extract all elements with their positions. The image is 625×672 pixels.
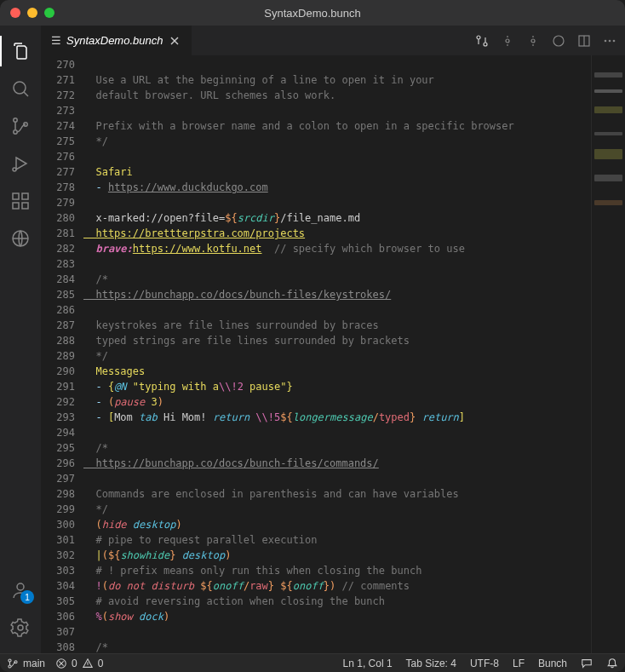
run-icon[interactable]: [552, 34, 565, 48]
source-control-icon[interactable]: [0, 107, 41, 145]
svg-point-6: [13, 168, 16, 171]
status-bar: main 0 0 Ln 1, Col 1 Tab Size: 4 UTF-8 L…: [0, 653, 625, 672]
svg-point-25: [613, 39, 616, 42]
svg-point-20: [553, 36, 564, 46]
svg-point-27: [9, 664, 11, 667]
svg-point-23: [605, 39, 607, 42]
svg-rect-8: [13, 203, 19, 209]
next-change-icon[interactable]: [526, 34, 540, 48]
tab-syntaxdemo[interactable]: ☰ SyntaxDemo.bunch: [41, 26, 192, 55]
svg-point-24: [609, 39, 611, 42]
more-actions-icon[interactable]: [603, 34, 616, 48]
status-encoding[interactable]: UTF-8: [470, 658, 499, 669]
status-eol[interactable]: LF: [513, 658, 525, 669]
split-editor-icon[interactable]: [577, 34, 591, 48]
svg-point-0: [14, 82, 26, 94]
svg-point-12: [17, 583, 24, 590]
tab-label: SyntaxDemo.bunch: [66, 34, 163, 47]
status-language[interactable]: Bunch: [538, 658, 567, 669]
status-branch[interactable]: main: [7, 658, 45, 669]
svg-rect-9: [22, 203, 28, 209]
prev-change-icon[interactable]: [501, 34, 514, 48]
svg-rect-10: [22, 193, 28, 199]
svg-point-18: [506, 39, 509, 43]
status-cursor[interactable]: Ln 1, Col 1: [343, 658, 393, 669]
status-problems[interactable]: 0 0: [55, 658, 103, 669]
status-bell-icon[interactable]: [606, 658, 618, 669]
code-content[interactable]: Use a URL at the beginning of a line to …: [83, 55, 591, 653]
code-editor[interactable]: 2702712722732742752762772782792802812822…: [41, 55, 625, 653]
svg-point-17: [484, 43, 487, 46]
editor-tabs: ☰ SyntaxDemo.bunch: [41, 26, 625, 55]
run-debug-icon[interactable]: [0, 145, 41, 182]
minimap[interactable]: [591, 55, 625, 653]
extensions-icon[interactable]: [0, 182, 41, 220]
svg-point-16: [477, 36, 480, 39]
explorer-icon[interactable]: [0, 32, 41, 70]
close-tab-icon[interactable]: [168, 34, 181, 48]
svg-point-19: [531, 39, 535, 43]
status-feedback-icon[interactable]: [581, 658, 593, 669]
svg-point-3: [14, 130, 17, 134]
hamburger-icon: ☰: [51, 34, 61, 47]
svg-point-13: [18, 625, 23, 630]
accounts-badge: 1: [20, 590, 34, 604]
line-number-gutter: 2702712722732742752762772782792802812822…: [41, 55, 83, 653]
accounts-icon[interactable]: 1: [0, 571, 41, 609]
svg-point-26: [9, 658, 11, 661]
svg-line-1: [24, 92, 28, 96]
status-tab-size[interactable]: Tab Size: 4: [406, 658, 456, 669]
search-icon[interactable]: [0, 70, 41, 107]
svg-rect-7: [13, 193, 19, 199]
svg-point-2: [14, 118, 17, 122]
title-bar: SyntaxDemo.bunch: [0, 0, 625, 26]
editor-toolbar: [475, 26, 625, 55]
window-title: SyntaxDemo.bunch: [0, 7, 625, 20]
remote-icon[interactable]: [0, 220, 41, 257]
activity-bar: 1: [0, 26, 41, 653]
git-compare-icon[interactable]: [475, 34, 489, 48]
settings-gear-icon[interactable]: [0, 609, 41, 646]
svg-marker-5: [16, 158, 26, 169]
